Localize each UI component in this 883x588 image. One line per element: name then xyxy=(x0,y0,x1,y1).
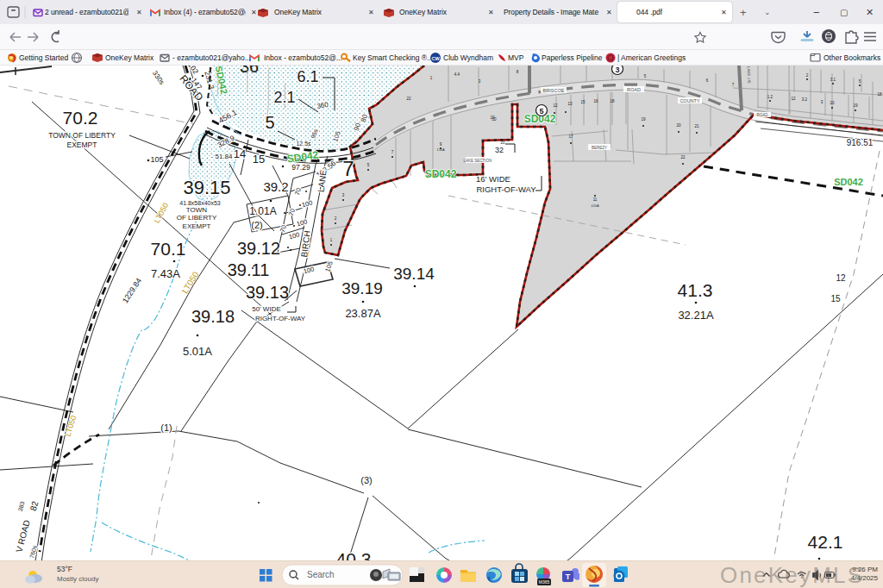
svg-text:100: 100 xyxy=(303,266,315,276)
svg-text:- 51.84: - 51.84 xyxy=(211,153,233,160)
svg-text:41.3: 41.3 xyxy=(678,280,713,300)
svg-text:BIRCH: BIRCH xyxy=(299,230,312,258)
svg-text:82: 82 xyxy=(28,500,41,512)
svg-text:17: 17 xyxy=(568,134,573,139)
svg-text:RIGHT-OF-WAY: RIGHT-OF-WAY xyxy=(476,185,536,194)
svg-text:(2): (2) xyxy=(251,220,262,230)
svg-text:7.43A: 7.43A xyxy=(151,267,180,280)
svg-text:20: 20 xyxy=(676,123,681,128)
svg-text:BEREZY: BEREZY xyxy=(592,146,607,150)
svg-text:36: 36 xyxy=(240,66,259,76)
svg-text:12: 12 xyxy=(791,97,796,101)
svg-text:916.51: 916.51 xyxy=(847,138,874,147)
svg-text:21: 21 xyxy=(694,124,699,128)
svg-text:T: T xyxy=(566,572,571,581)
svg-text:5: 5 xyxy=(539,107,543,116)
svg-text:39.18: 39.18 xyxy=(191,307,235,326)
svg-text:TOWN: TOWN xyxy=(186,206,208,214)
svg-text:18: 18 xyxy=(877,92,882,97)
svg-text:3.1: 3.1 xyxy=(830,78,836,82)
svg-text:V ROAD: V ROAD xyxy=(14,519,32,554)
svg-text:15: 15 xyxy=(580,100,586,104)
svg-text:39.14: 39.14 xyxy=(393,265,435,283)
svg-text:97.29: 97.29 xyxy=(291,163,310,172)
svg-text:19: 19 xyxy=(641,117,646,122)
svg-text:12: 12 xyxy=(836,273,846,283)
svg-text:70: 70 xyxy=(287,208,297,217)
svg-text:42.1: 42.1 xyxy=(808,532,843,552)
svg-text:18: 18 xyxy=(610,99,615,103)
svg-text:19: 19 xyxy=(853,103,858,108)
svg-text:LAKE SECTION: LAKE SECTION xyxy=(464,159,492,163)
svg-text:2.1: 2.1 xyxy=(273,89,295,106)
svg-text:3.2: 3.2 xyxy=(802,97,808,102)
svg-text:105: 105 xyxy=(150,155,163,164)
svg-text:12.5s: 12.5s xyxy=(296,141,311,147)
svg-text:383: 383 xyxy=(17,500,26,511)
svg-text:40.3: 40.3 xyxy=(336,549,372,560)
svg-text:15: 15 xyxy=(253,153,265,166)
svg-text:15: 15 xyxy=(830,294,841,303)
svg-text:11: 11 xyxy=(593,197,598,202)
svg-text:5: 5 xyxy=(265,113,274,132)
svg-text:39.12: 39.12 xyxy=(237,239,280,258)
svg-text:ROAD: ROAD xyxy=(627,87,641,92)
svg-text:23.87A: 23.87A xyxy=(345,307,381,320)
svg-text:22: 22 xyxy=(680,155,686,160)
svg-text:7: 7 xyxy=(342,157,354,180)
svg-text:4.4: 4.4 xyxy=(454,72,460,77)
svg-text:39.13: 39.13 xyxy=(246,283,289,302)
svg-text:70.1: 70.1 xyxy=(151,239,186,259)
svg-text:LT050: LT050 xyxy=(153,202,171,225)
svg-text:16' WIDE: 16' WIDE xyxy=(476,174,510,184)
svg-text:70.2: 70.2 xyxy=(63,108,98,128)
svg-text:LANE: LANE xyxy=(316,169,328,193)
svg-text:EXEMPT: EXEMPT xyxy=(183,222,211,230)
svg-text:16: 16 xyxy=(593,99,598,103)
svg-text:32.21A: 32.21A xyxy=(678,309,714,322)
svg-text:14: 14 xyxy=(234,147,246,160)
svg-text:41.8x58x40x53: 41.8x58x40x53 xyxy=(179,200,221,206)
svg-text:1.2: 1.2 xyxy=(767,95,773,99)
svg-text:SD042: SD042 xyxy=(834,177,863,187)
svg-text:M365: M365 xyxy=(539,579,550,585)
svg-text:LT050: LT050 xyxy=(180,270,201,296)
svg-text:ROAD: ROAD xyxy=(177,72,205,103)
svg-text:TOWN OF LIBERTY: TOWN OF LIBERTY xyxy=(48,131,116,140)
svg-text:RIGHT-OF-WAY: RIGHT-OF-WAY xyxy=(255,315,306,322)
svg-text:39.2: 39.2 xyxy=(263,179,288,194)
svg-text:100: 100 xyxy=(301,199,313,210)
svg-text:39.15: 39.15 xyxy=(183,177,230,198)
svg-text:EXEMPT: EXEMPT xyxy=(67,141,97,149)
svg-text:6.1: 6.1 xyxy=(297,68,318,85)
svg-text:LAKE VIE: LAKE VIE xyxy=(747,66,752,84)
svg-text:4.50A: 4.50A xyxy=(591,204,599,208)
svg-text:Search: Search xyxy=(307,570,335,579)
svg-text:SD042: SD042 xyxy=(286,148,320,165)
svg-text:1229.84: 1229.84 xyxy=(121,277,143,305)
svg-text:13: 13 xyxy=(567,102,573,106)
svg-text:19: 19 xyxy=(490,116,495,120)
svg-text:12: 12 xyxy=(553,103,558,108)
svg-text:20: 20 xyxy=(500,141,505,145)
svg-text:OF LIBERTY: OF LIBERTY xyxy=(177,214,217,222)
svg-text:SD042: SD042 xyxy=(425,168,457,180)
svg-text:20: 20 xyxy=(830,101,835,105)
svg-text:22: 22 xyxy=(406,97,411,101)
svg-text:COUNTY: COUNTY xyxy=(679,98,700,103)
svg-text:39.11: 39.11 xyxy=(228,260,270,279)
svg-text:3: 3 xyxy=(615,66,619,74)
svg-text:1.01A: 1.01A xyxy=(249,205,276,217)
svg-text:330s: 330s xyxy=(151,70,166,86)
svg-text:50' WIDE: 50' WIDE xyxy=(252,305,281,313)
svg-text:(3): (3) xyxy=(360,475,372,485)
svg-text:(1): (1) xyxy=(160,422,172,433)
svg-text:5.01A: 5.01A xyxy=(183,345,212,358)
svg-text:32: 32 xyxy=(495,146,504,154)
svg-text:100: 100 xyxy=(288,231,300,241)
svg-text:100: 100 xyxy=(296,218,308,228)
svg-text:BRISCOE: BRISCOE xyxy=(543,88,565,93)
svg-text:ROAD: ROAD xyxy=(756,113,768,117)
svg-text:39.19: 39.19 xyxy=(341,279,383,297)
